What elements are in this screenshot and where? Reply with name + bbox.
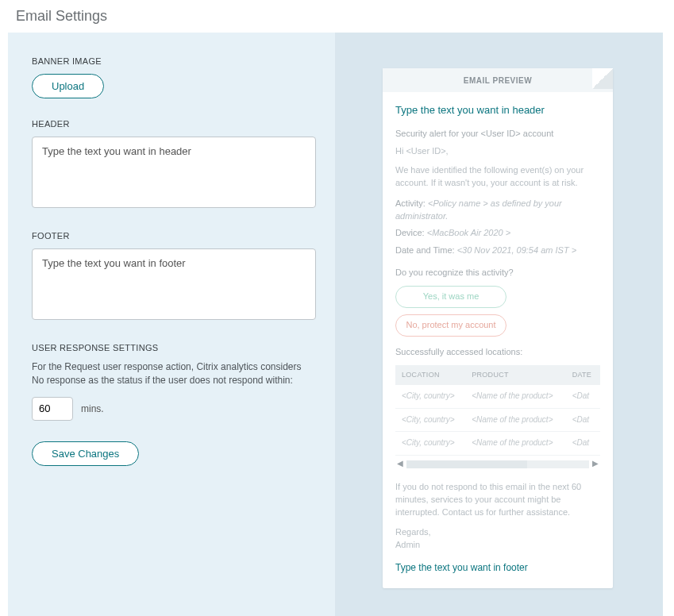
footer-label: FOOTER — [32, 231, 311, 241]
preview-locations-label: Successfully accessed locations: — [395, 346, 600, 359]
response-unit: mins. — [81, 403, 104, 414]
preview-intro: We have identified the following event(s… — [395, 164, 600, 190]
cell-date: <Dat — [566, 385, 600, 408]
preview-greeting: Hi <User ID>, — [395, 145, 600, 158]
cell-product: <Name of the product> — [465, 408, 565, 432]
table-row: <City, country> <Name of the product> <D… — [395, 385, 600, 408]
response-section: USER RESPONSE SETTINGS For the Request u… — [32, 343, 311, 466]
response-row: mins. — [32, 397, 311, 421]
email-preview-card: EMAIL PREVIEW Type the text you want in … — [383, 68, 613, 588]
preview-datetime: Date and Time: <30 Nov 2021, 09:54 am IS… — [395, 244, 600, 257]
cell-location: <City, country> — [395, 432, 465, 456]
scroll-thumb[interactable] — [406, 460, 527, 468]
col-location: LOCATION — [395, 365, 465, 385]
scroll-track[interactable] — [406, 460, 589, 468]
scroll-right-icon[interactable]: ▶ — [591, 459, 600, 470]
cell-product: <Name of the product> — [465, 385, 565, 408]
page-fold-icon — [592, 68, 613, 89]
preview-datetime-value: <30 Nov 2021, 09:54 am IST > — [457, 245, 576, 255]
preview-device-label: Device: — [395, 228, 425, 237]
preview-no-button: No, protect my account — [395, 314, 506, 337]
response-label: USER RESPONSE SETTINGS — [32, 343, 311, 352]
scroll-left-icon[interactable]: ◀ — [395, 459, 405, 470]
header-input[interactable] — [32, 137, 316, 208]
response-description: For the Request user response action, Ci… — [32, 360, 311, 387]
preview-admin: Admin — [395, 539, 600, 552]
panel-notch-icon — [323, 283, 335, 306]
preview-regards: Regards, — [395, 526, 600, 539]
preview-recognize: Do you recognize this activity? — [395, 267, 600, 279]
table-row: <City, country> <Name of the product> <D… — [395, 432, 600, 456]
upload-button[interactable]: Upload — [32, 74, 104, 98]
cell-location: <City, country> — [395, 385, 465, 408]
header-section: HEADER — [32, 119, 311, 210]
response-minutes-input[interactable] — [32, 397, 73, 421]
preview-no-respond: If you do not respond to this email in t… — [395, 481, 600, 519]
settings-panel: BANNER IMAGE Upload HEADER FOOTER USER R… — [8, 33, 335, 616]
footer-section: FOOTER — [32, 231, 311, 322]
cell-product: <Name of the product> — [465, 432, 565, 456]
settings-container: BANNER IMAGE Upload HEADER FOOTER USER R… — [8, 33, 663, 616]
footer-input[interactable] — [32, 248, 316, 320]
cell-date: <Dat — [566, 408, 600, 432]
preview-device: Device: <MacBook Air 2020 > — [395, 227, 600, 240]
table-header-row: LOCATION PRODUCT DATE — [395, 365, 600, 385]
preview-activity: Activity: <Policy name > as defined by y… — [395, 198, 600, 223]
preview-datetime-label: Date and Time: — [395, 245, 455, 255]
table-scrollbar[interactable]: ◀ ▶ — [395, 459, 600, 470]
header-label: HEADER — [32, 119, 311, 129]
banner-section: BANNER IMAGE Upload — [32, 56, 311, 98]
preview-device-value: <MacBook Air 2020 > — [427, 228, 510, 237]
cell-date: <Dat — [566, 432, 600, 456]
preview-activity-label: Activity: — [395, 198, 426, 208]
preview-subject: Security alert for your <User ID> accoun… — [395, 128, 600, 141]
table-row: <City, country> <Name of the product> <D… — [395, 408, 600, 432]
cell-location: <City, country> — [395, 408, 465, 432]
preview-title: EMAIL PREVIEW — [383, 68, 613, 92]
preview-locations-table: LOCATION PRODUCT DATE <City, country> <N… — [395, 365, 600, 456]
save-button[interactable]: Save Changes — [32, 441, 139, 466]
col-product: PRODUCT — [465, 365, 565, 385]
preview-body: Type the text you want in header Securit… — [383, 92, 613, 576]
col-date: DATE — [566, 365, 600, 385]
page-title: Email Settings — [0, 0, 674, 33]
banner-label: BANNER IMAGE — [32, 56, 311, 66]
preview-header-text: Type the text you want in header — [395, 103, 600, 118]
preview-panel: EMAIL PREVIEW Type the text you want in … — [335, 33, 663, 616]
preview-yes-button: Yes, it was me — [395, 286, 506, 308]
preview-footer-text: Type the text you want in footer — [395, 561, 600, 575]
